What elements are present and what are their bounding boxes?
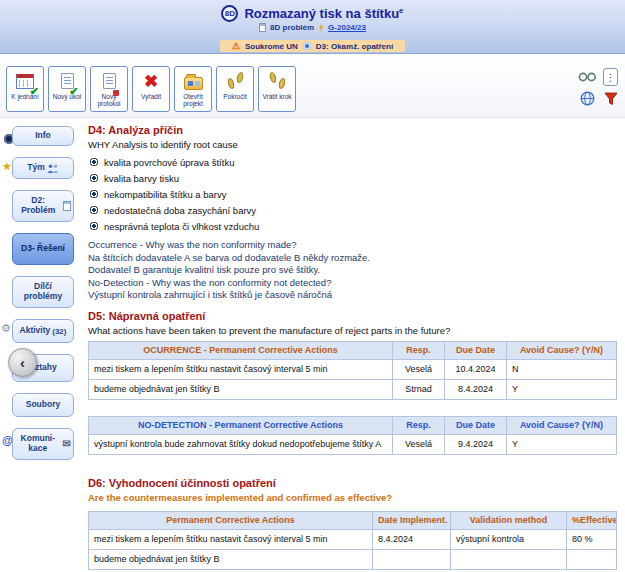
bullet-icon: [90, 158, 98, 166]
favorite-star-icon[interactable]: ★: [2, 160, 12, 173]
sidebar-item-label: Aktivity: [20, 326, 51, 336]
subtitle-row: 8D problém G-2024/23: [0, 23, 625, 32]
current-step-label: D3: Okamž. opatření: [316, 42, 393, 51]
preview-glasses-icon[interactable]: [578, 71, 597, 83]
toolbar-button-label: Otevřít projekt: [175, 93, 211, 108]
table-header-row: NO-DETECTION - Permanent Corrective Acti…: [89, 416, 617, 434]
header: 8D Rozmazaný tisk na štítkue 8D problém …: [0, 0, 625, 54]
open-project-button[interactable]: Otevřít projekt: [174, 66, 212, 112]
th-validation-method: Validation method: [451, 511, 567, 529]
sidebar-item-d2-problem[interactable]: D2: Problém: [12, 190, 74, 222]
return-step-footprints-icon: [267, 69, 287, 93]
cell-resp: Veselá: [393, 359, 445, 379]
why-item: nesprávná teplota či vlhkost vzduchu: [90, 218, 617, 234]
why-item-text: nesprávná teplota či vlhkost vzduchu: [104, 221, 259, 232]
return-step-button[interactable]: Vrátit krok: [258, 66, 296, 112]
why-item: nekompatibilita štítku a barvy: [90, 186, 617, 202]
d5-heading: D5: Nápravná opatření: [88, 310, 617, 322]
advance-step-footprints-icon: [225, 69, 245, 93]
bullet-icon: [90, 190, 98, 198]
table-row: mezi tiskem a lepením štítku nastavit ča…: [89, 359, 617, 379]
cell-effective-percent: 80 %: [567, 529, 617, 549]
to-meeting-button[interactable]: ✔ K jednání: [6, 66, 44, 112]
status-strip: ⚠ Soukromé UN D3: Okamž. opatření: [220, 40, 405, 52]
why-item-text: nekompatibilita štítku a barvy: [104, 189, 227, 200]
d5-question: What actions have been taken to prevent …: [88, 325, 617, 336]
discard-x-icon: ✖: [144, 69, 158, 93]
sidebar-item-team[interactable]: Tým: [12, 157, 74, 179]
th-resp: Resp.: [393, 341, 445, 359]
bullet-icon: [90, 174, 98, 182]
table-row: výstupní kontrola bude zahrnovat štítky …: [89, 434, 617, 454]
cell-due-date: 10.4.2024: [445, 359, 507, 379]
why-item-text: kvalita povrchové úprava štítku: [104, 157, 234, 168]
advance-step-button[interactable]: Pokročit: [216, 66, 254, 112]
record-number-link[interactable]: G-2024/23: [328, 23, 366, 32]
more-menu-button[interactable]: ⋮: [603, 68, 618, 86]
new-protocol-icon: [103, 69, 116, 93]
cell-action: mezi tiskem a lepením štítku nastavit ča…: [89, 529, 373, 549]
why-item: kvalita povrchové úprava štítku: [90, 154, 617, 170]
page-title: Rozmazaný tisk na štítkue: [244, 6, 403, 21]
cell-resp: Strnad: [393, 379, 445, 399]
cell-avoid-cause: Y: [507, 379, 617, 399]
why-item-text: kvalita barvy tisku: [104, 173, 179, 184]
cell-action: budeme objednávat jen štítky B: [89, 549, 373, 569]
sidebar-item-activities[interactable]: Aktivity (32): [12, 319, 74, 343]
table-row: mezi tiskem a lepením štítku nastavit ča…: [89, 529, 617, 549]
problem-type-label: 8D problém: [270, 23, 314, 32]
new-task-button[interactable]: ✔ Nový úkol: [48, 66, 86, 112]
toolbar: ✔ K jednání ✔ Nový úkol Nový protokol ✖ …: [0, 54, 625, 118]
globe-icon[interactable]: [580, 91, 595, 106]
d4-analysis: Occurrence - Why was the non conformity …: [88, 239, 617, 302]
bullet-icon: [90, 206, 98, 214]
open-project-folder-icon: [184, 69, 203, 93]
sidebar-item-communication[interactable]: Komuni-kace ✉: [12, 428, 74, 460]
th-effective-percent: %Effective: [567, 511, 617, 529]
d6-heading: D6: Vyhodnocení účinnosti opatření: [88, 477, 617, 489]
th-date-implement: Date Implement.: [373, 511, 451, 529]
table-header-row: OCURRENCE - Permanent Corrective Actions…: [89, 341, 617, 359]
th-avoid-cause: Avoid Cause? (Y/N): [507, 416, 617, 434]
sidebar-item-label: D3- Řešení: [21, 244, 65, 254]
new-protocol-button[interactable]: Nový protokol: [90, 66, 128, 112]
meeting-check-icon: ✔: [16, 69, 34, 93]
toolbar-button-label: Nový protokol: [91, 93, 127, 108]
why-item: nedostatečná doba zasychání barvy: [90, 202, 617, 218]
sidebar-item-files[interactable]: Soubory: [12, 393, 74, 417]
nodetection-actions-table: NO-DETECTION - Permanent Corrective Acti…: [88, 416, 617, 455]
sidebar-item-subproblems[interactable]: Dílčí problémy: [12, 276, 74, 308]
warning-icon: ⚠: [232, 41, 240, 51]
th-due-date: Due Date: [445, 416, 507, 434]
why-analysis-list: kvalita povrchové úprava štítku kvalita …: [90, 154, 617, 234]
people-icon: [47, 164, 59, 173]
table-row: budeme objednávat jen štítky B: [89, 549, 617, 569]
table-row: budeme objednávat jen štítky B Strnad 8.…: [89, 379, 617, 399]
toolbar-button-label: Vrátit krok: [261, 93, 292, 100]
toolbar-button-label: Pokročit: [222, 93, 247, 100]
cell-action: výstupní kontrola bude zahrnovat štítky …: [89, 434, 393, 454]
privacy-status-label: Soukromé UN: [245, 42, 298, 51]
collapse-sidebar-button[interactable]: ‹: [8, 348, 37, 377]
current-step-icon: [303, 42, 311, 50]
occurrence-actions-table: OCURRENCE - Permanent Corrective Actions…: [88, 341, 617, 400]
sidebar-item-d3-solution[interactable]: D3- Řešení: [12, 233, 74, 265]
why-item-text: nedostatečná doba zasychání barvy: [104, 205, 256, 216]
filter-icon[interactable]: [604, 92, 618, 106]
main-content: D4: Analýza příčin WHY Analysis to ident…: [80, 118, 625, 572]
envelope-icon: ✉: [63, 439, 71, 449]
effectiveness-table: Permanent Corrective Actions Date Implem…: [88, 511, 617, 570]
sidebar-item-label: D2: Problém: [15, 196, 61, 216]
cell-validation-method: [451, 549, 567, 569]
d4-intro: WHY Analysis to identify root cause: [88, 139, 617, 150]
discard-button[interactable]: ✖ Vyřadit: [132, 66, 170, 112]
sidebar-item-info[interactable]: Info: [12, 126, 74, 146]
th-corrective-action: Permanent Corrective Actions: [89, 511, 373, 529]
problem-type-icon: [259, 23, 266, 32]
sidebar-item-label: Tým: [27, 163, 44, 173]
cell-avoid-cause: Y: [507, 434, 617, 454]
analysis-line: No-Detection - Why was the non conformit…: [88, 277, 617, 290]
toolbar-right-icons: ⋮: [578, 68, 618, 106]
th-nodetection-action: NO-DETECTION - Permanent Corrective Acti…: [89, 416, 393, 434]
bullet-icon: [90, 222, 98, 230]
